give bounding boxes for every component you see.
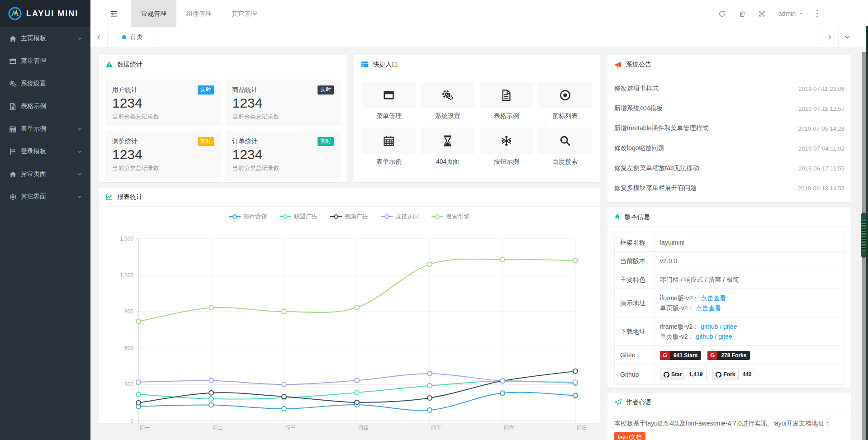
gitee-badge[interactable]: G941 Stars — [660, 351, 701, 360]
legend-item[interactable]: 联盟广告 — [280, 213, 318, 221]
module-tab[interactable]: 常规管理 — [131, 0, 176, 27]
menu-fold-icon — [109, 9, 118, 18]
quick-entry-window[interactable]: 菜单管理 — [362, 82, 416, 120]
sidebar-item-calendar[interactable]: 表单示例 — [0, 118, 90, 140]
quick-entry-icon-box — [362, 82, 416, 108]
logo-text: LAYUI MINI — [26, 9, 78, 19]
notice-row[interactable]: 新增treetable插件和菜单管理样式2019-07-05 14:28 — [614, 118, 844, 138]
fullscreen-button[interactable] — [752, 0, 772, 27]
github-button-label: Star — [671, 369, 682, 379]
sidebar-item-window[interactable]: 菜单管理 — [0, 50, 90, 72]
version-link[interactable]: gitee — [718, 333, 732, 340]
sidebar-item-snowflake[interactable]: 其它界面 — [0, 185, 90, 208]
sidebar-item-label: 表单示例 — [21, 125, 77, 133]
refresh-button[interactable] — [712, 0, 732, 27]
tabs-scroll-right-button[interactable] — [821, 27, 838, 47]
app-logo[interactable]: LAYUI MINI — [0, 0, 90, 27]
stat-description: 当前分类总记录数 — [232, 113, 334, 121]
version-row-label: 演示地址 — [615, 289, 655, 317]
quick-entry-dot-circle[interactable]: 图标列表 — [538, 82, 592, 120]
file-icon — [500, 89, 512, 101]
legend-item[interactable]: 直接访问 — [381, 213, 419, 221]
quick-entry-label: 菜单管理 — [362, 112, 416, 120]
module-tab[interactable]: 组件管理 — [176, 0, 222, 27]
legend-label: 联盟广告 — [294, 213, 318, 221]
legend-item[interactable]: 搜索引擎 — [432, 213, 470, 221]
quick-entry-snowflake[interactable]: 按钮示例 — [480, 128, 533, 166]
sidebar-item-home[interactable]: 异常页面 — [0, 163, 90, 185]
version-link-line: iframe版-v2： 点击查看 — [660, 293, 839, 303]
tabs-scroll-left-button[interactable] — [90, 27, 108, 47]
quick-entry-label: 按钮示例 — [480, 158, 533, 166]
version-row-value: iframe版-v2： 点击查看单页版-v2： 点击查看 — [655, 289, 844, 317]
chevron-down-icon — [77, 126, 82, 132]
notice-row[interactable]: 修复左侧菜单缩放tab无法移动2019-06-17 11:55 — [614, 158, 844, 178]
sidebar: LAYUI MINI 主页模板菜单管理系统设置表格示例表单示例登录模板异常页面其… — [0, 0, 90, 440]
tab-home[interactable]: 首页 — [108, 27, 157, 47]
sidebar-item-home[interactable]: 主页模板 — [0, 27, 90, 50]
realtime-badge: 实时 — [318, 137, 334, 146]
user-menu[interactable]: admin — [772, 0, 810, 27]
legend-item[interactable]: 邮件营销 — [229, 213, 267, 221]
module-tabs: 常规管理组件管理其它管理 — [131, 0, 267, 27]
legend-marker — [432, 214, 443, 219]
github-star-button[interactable]: Star — [660, 369, 685, 380]
quick-entry-calendar[interactable]: 表单示例 — [362, 128, 416, 166]
github-count[interactable]: 440 — [739, 369, 755, 380]
more-menu-button[interactable] — [810, 0, 824, 27]
version-link[interactable]: github — [696, 333, 713, 340]
legend-item[interactable]: 视频广告 — [330, 213, 368, 221]
octocat-icon — [716, 372, 721, 378]
sidebar-item-flag[interactable]: 登录模板 — [0, 140, 90, 163]
notice-row[interactable]: 修改选项卡样式2019-07-11 23:06 — [614, 79, 844, 99]
notice-title: 修改logo缩放问题 — [614, 144, 664, 152]
stat-box-top: 浏览统计实时 — [112, 137, 214, 146]
quick-entry-hourglass[interactable]: 404页面 — [421, 128, 474, 166]
stat-box[interactable]: 商品统计实时1234当前分类总记录数 — [226, 80, 341, 126]
github-button-group: Fork440 — [712, 369, 755, 380]
notice-row[interactable]: 修改logo缩放问题2019-07-04 11:02 — [614, 138, 844, 158]
bullhorn-icon — [614, 61, 622, 68]
layui-doc-badge[interactable]: layui文档 — [614, 432, 645, 440]
snowflake-icon — [500, 135, 512, 147]
clear-cache-button[interactable] — [732, 0, 752, 27]
tabs-dropdown-button[interactable] — [838, 27, 855, 47]
notice-card: 系统公告 修改选项卡样式2019-07-11 23:06新增系统404模板201… — [607, 55, 851, 202]
y-tick-label: 1,500 — [120, 236, 133, 242]
tab-active-dot — [122, 35, 126, 39]
notice-row[interactable]: 新增系统404模板2019-07-11 12:57 — [614, 99, 844, 118]
version-link[interactable]: github — [701, 323, 718, 330]
module-tab[interactable]: 其它管理 — [222, 0, 267, 27]
link-prefix: 单页版-v2： — [660, 304, 696, 312]
version-table-row: 演示地址iframe版-v2： 点击查看单页版-v2： 点击查看 — [615, 289, 844, 317]
version-row-value: v2.0.0 — [655, 252, 844, 270]
stat-box[interactable]: 订单统计实时1234当前分类总记录数 — [226, 131, 341, 178]
data-point-搜索引擎 — [573, 258, 578, 263]
data-point-直接访问 — [355, 378, 359, 383]
sidebar-item-label: 异常页面 — [21, 170, 77, 178]
data-point-视频广告 — [573, 369, 578, 374]
stats-card-title: 数据统计 — [117, 61, 142, 69]
github-fork-button[interactable]: Fork — [712, 369, 739, 380]
stat-box[interactable]: 浏览统计实时1234当前分类总记录数 — [105, 131, 221, 178]
gitee-badge[interactable]: G278 Forks — [707, 351, 750, 360]
github-count[interactable]: 1,419 — [685, 369, 707, 380]
notice-row[interactable]: 修复多模块菜单栏展开有问题2019-06-13 14:53 — [614, 178, 844, 198]
quick-entry-file[interactable]: 表格示例 — [480, 82, 533, 120]
calendar-icon — [9, 125, 17, 133]
version-link[interactable]: 点击查看 — [701, 294, 726, 302]
quick-entry-search[interactable]: 百度搜索 — [538, 128, 592, 166]
quick-entry-cogs[interactable]: 系统设置 — [421, 82, 474, 120]
version-table-row: GithubStar1,419Fork440 — [615, 364, 844, 385]
version-link[interactable]: gitee — [723, 323, 737, 330]
stat-box[interactable]: 用户统计实时1234当前分类总记录数 — [105, 80, 221, 126]
menu-fold-button[interactable] — [103, 0, 124, 27]
sidebar-item-file[interactable]: 表格示例 — [0, 95, 90, 118]
version-table-row: 框架名称layuimini — [615, 233, 844, 252]
legend-marker — [229, 214, 241, 219]
sidebar-item-cogs[interactable]: 系统设置 — [0, 72, 90, 95]
report-line-chart[interactable]: 03006009001,2001,500周一周二周三周四周五周六周日 — [105, 221, 593, 430]
version-link[interactable]: 点击查看 — [696, 304, 721, 312]
data-point-邮件营销 — [427, 408, 432, 412]
sidebar-item-label: 其它界面 — [21, 193, 77, 201]
